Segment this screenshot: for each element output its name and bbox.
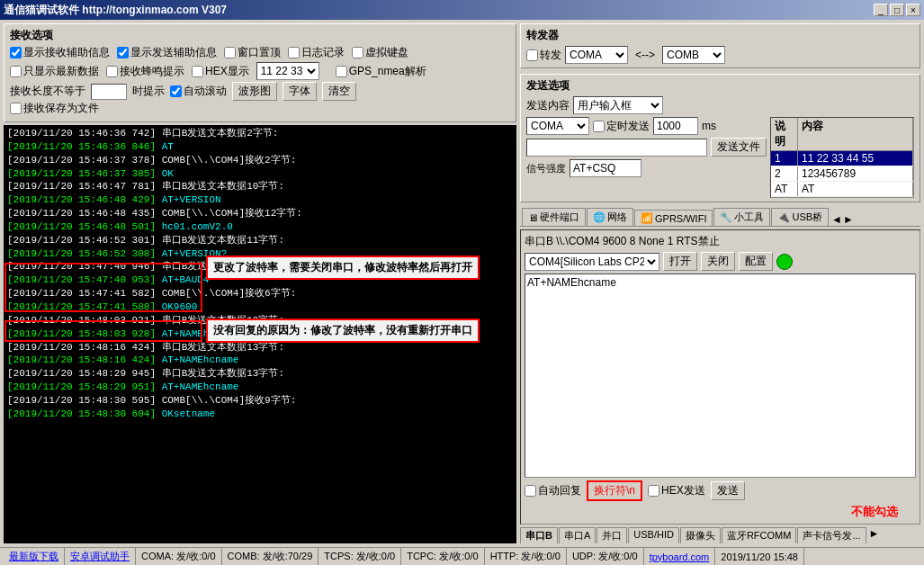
tab-right-arrow[interactable]: ► [843, 213, 854, 226]
tab-usb[interactable]: 🔌 USB桥 [771, 208, 829, 226]
clear-btn[interactable]: 清空 [322, 82, 356, 101]
hex-value-select[interactable]: 11 22 33 [256, 62, 319, 80]
timed-send-checkbox[interactable]: 定时发送 [593, 119, 650, 134]
recv-options-row1: 显示接收辅助信息 显示发送辅助信息 窗口置顶 日志记录 虚拟键盘 [10, 45, 510, 60]
log-line: [2019/11/20 15:48:30 595] COMB[\\.\COM4]… [7, 394, 513, 408]
log-line: [2019/11/20 15:46:48 435] COMB[\\.\COM4]… [7, 207, 513, 220]
show-recv-info-checkbox[interactable]: 显示接收辅助信息 [10, 45, 110, 60]
status-udp: UDP: 发/收:0/0 [567, 548, 644, 565]
save-to-file-checkbox[interactable]: 接收保存为文件 [10, 101, 99, 116]
log-line: [2019/11/20 15:46:48 429] AT+VERSION [7, 193, 513, 207]
hex-send-checkbox[interactable]: HEX发送 [648, 483, 705, 498]
status-tpyboard[interactable]: tpyboard.com [644, 548, 716, 565]
config-port-btn[interactable]: 配置 [739, 252, 773, 271]
status-coma: COMA: 发/收:0/0 [136, 548, 222, 565]
close-button[interactable]: × [906, 4, 920, 16]
tab-gprs[interactable]: 📶 GPRS/WIFI [634, 210, 713, 226]
log-line: [2019/11/20 15:46:36 742] 串口B发送文本数据2字节: [7, 127, 513, 140]
font-btn[interactable]: 字体 [283, 82, 317, 101]
tab-hardware[interactable]: 🖥 硬件端口 [522, 208, 586, 226]
table-row-2[interactable]: 2 123456789 [771, 166, 913, 182]
col-desc: 说明 [771, 118, 798, 150]
recv-beep-checkbox[interactable]: 接收蜂鸣提示 [106, 64, 184, 79]
show-latest-checkbox[interactable]: 只显示最新数据 [10, 64, 99, 79]
usb-icon: 🔌 [777, 211, 790, 223]
minimize-button[interactable]: _ [874, 4, 888, 16]
signal-value-input[interactable] [570, 159, 641, 177]
network-icon: 🌐 [593, 211, 606, 223]
auto-reply-checkbox[interactable]: 自动回复 [525, 483, 581, 498]
table-cell-id-1: 1 [771, 151, 798, 166]
tab-network[interactable]: 🌐 网络 [587, 208, 633, 226]
forwarder-row: 转发 COMA <--> COMB [526, 46, 914, 64]
table-cell-id-2: 2 [771, 166, 798, 181]
com-port-select[interactable]: COM4[Silicon Labs CP2 ... [525, 253, 659, 271]
log-line: [2019/11/20 15:48:29 945] 串口B发送文本数据13字节: [7, 367, 513, 381]
bottom-tab-parallel[interactable]: 并口 [597, 527, 627, 543]
status-comb: COMB: 发/收:70/29 [222, 548, 319, 565]
status-bar: 最新版下载 安卓调试助手 COMA: 发/收:0/0 COMB: 发/收:70/… [0, 547, 924, 565]
arrow-label: <--> [632, 49, 659, 61]
status-tcpc: TCPC: 发/收:0/0 [401, 548, 484, 565]
log-line: [2019/11/20 15:48:16 424] 串口B发送文本数据13字节: [7, 341, 513, 354]
send-file-btn[interactable]: 发送文件 [711, 138, 767, 157]
app-title: 通信猫调试软件 http://tongxinmao.com V307 [4, 3, 227, 18]
auto-scroll-checkbox[interactable]: 自动滚动 [170, 84, 227, 99]
window-top-checkbox[interactable]: 窗口置顶 [224, 45, 281, 60]
wifi-icon: 📶 [641, 212, 653, 224]
show-send-info-checkbox[interactable]: 显示发送辅助信息 [117, 45, 217, 60]
recv-options-box: 接收选项 显示接收辅助信息 显示发送辅助信息 窗口置顶 日志记录 虚拟键盘 [4, 23, 516, 122]
send-text-area[interactable]: AT+NAMEhcname [525, 274, 916, 478]
log-line: [2019/11/20 15:48:03 921] 串口B发送文本数据13字节: [7, 314, 513, 327]
hex-display-checkbox[interactable]: HEX显示 [192, 64, 249, 79]
title-bar-buttons[interactable]: _ □ × [874, 4, 920, 16]
bottom-tabs: 串口B 串口A 并口 USB/HID 摄像头 蓝牙RFCOMM 声卡信号发...… [520, 527, 920, 543]
bottom-tab-usb-hid[interactable]: USB/HID [628, 527, 679, 543]
table-row-at[interactable]: AT AT [771, 182, 913, 197]
table-header: 说明 内容 [771, 118, 913, 151]
escape-char-btn[interactable]: 换行符\n [587, 480, 642, 501]
table-cell-content-at: AT [798, 182, 913, 196]
status-android[interactable]: 安卓调试助手 [65, 548, 136, 565]
log-area[interactable]: [2019/11/20 15:46:36 742] 串口B发送文本数据2字节:[… [4, 125, 516, 543]
bottom-tab-serial-a[interactable]: 串口A [559, 527, 596, 543]
ms-label: ms [702, 120, 716, 132]
bottom-tab-right-arrow[interactable]: ► [869, 527, 880, 543]
log-record-checkbox[interactable]: 日志记录 [288, 45, 345, 60]
maximize-button[interactable]: □ [890, 4, 904, 16]
send-table: 说明 内容 1 11 22 33 44 55 2 123456789 AT AT [770, 117, 914, 198]
bottom-tab-camera[interactable]: 摄像头 [680, 527, 721, 543]
log-line: [2019/11/20 15:48:03 928] AT+NAMEhc-055 [7, 327, 513, 341]
tool-icon: 🔧 [720, 211, 732, 223]
gps-parse-checkbox[interactable]: GPS_nmea解析 [336, 64, 426, 79]
virtual-keyboard-checkbox[interactable]: 虚拟键盘 [352, 45, 408, 60]
log-line: [2019/11/20 15:46:48 501] hc01.comV2.0 [7, 220, 513, 234]
open-port-btn[interactable]: 打开 [663, 252, 697, 271]
send-content-select[interactable]: 用户输入框 [573, 96, 663, 114]
table-row-1[interactable]: 1 11 22 33 44 55 [771, 151, 913, 166]
status-download[interactable]: 最新版下载 [4, 548, 65, 565]
bottom-tab-bluetooth[interactable]: 蓝牙RFCOMM [722, 527, 797, 543]
com-a-select[interactable]: COMA [565, 46, 628, 64]
length-input[interactable] [91, 84, 127, 100]
log-line: [2019/11/20 15:46:37 378] COMB[\\.\COM4]… [7, 154, 513, 167]
tab-left-arrow[interactable]: ◄ [831, 213, 842, 226]
send-com-select[interactable]: COMA [526, 117, 589, 135]
waveform-btn[interactable]: 波形图 [232, 82, 277, 101]
log-container: [2019/11/20 15:46:36 742] 串口B发送文本数据2字节:[… [4, 125, 516, 543]
log-line: [2019/11/20 15:46:36 846] AT [7, 140, 513, 154]
close-port-btn[interactable]: 关闭 [701, 252, 735, 271]
log-line: [2019/11/20 15:47:41 588] OK9600 [7, 300, 513, 314]
send-text-input[interactable] [526, 139, 707, 157]
forwarder-title: 转发器 [526, 28, 914, 43]
com-b-select[interactable]: COMB [662, 46, 725, 64]
timed-value-input[interactable] [653, 117, 698, 135]
tab-tools[interactable]: 🔧 小工具 [713, 208, 770, 226]
bottom-tab-sound[interactable]: 声卡信号发... [797, 527, 866, 543]
bottom-tab-serial-b[interactable]: 串口B [520, 527, 558, 543]
send-btn[interactable]: 发送 [711, 481, 745, 500]
recv-options-title: 接收选项 [10, 28, 510, 43]
recv-options-row2: 只显示最新数据 接收蜂鸣提示 HEX显示 11 22 33 GPS_nmea解析 [10, 62, 510, 80]
forward-checkbox[interactable]: 转发 [526, 48, 561, 63]
main-container: 接收选项 显示接收辅助信息 显示发送辅助信息 窗口置顶 日志记录 虚拟键盘 [0, 20, 924, 547]
